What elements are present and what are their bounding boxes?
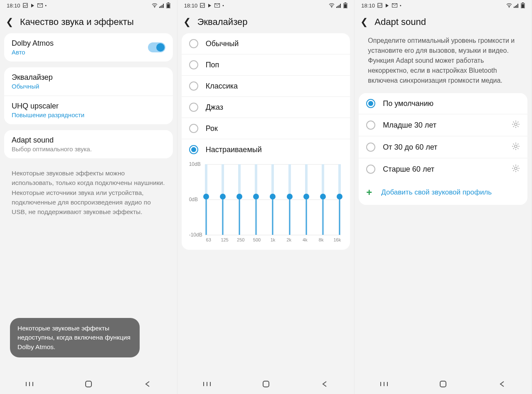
radio-icon[interactable] xyxy=(366,121,375,130)
svg-line-62 xyxy=(517,170,518,171)
radio-icon[interactable] xyxy=(189,145,198,154)
row-adapt[interactable]: Adapt sound Выбор оптимального звука. xyxy=(4,130,173,158)
uhq-title: UHQ upscaler xyxy=(12,102,165,111)
back-icon[interactable]: ❮ xyxy=(6,17,13,27)
x-axis-label: 1k xyxy=(269,237,276,242)
eq-band-slider[interactable] xyxy=(222,164,224,235)
status-time: 18:10 xyxy=(184,2,198,9)
svg-rect-32 xyxy=(515,6,516,8)
eq-preset-row[interactable]: Настраиваемый xyxy=(182,139,350,160)
slider-knob-icon[interactable] xyxy=(270,194,276,199)
back-icon[interactable]: ❮ xyxy=(183,17,191,27)
row-equalizer[interactable]: Эквалайзер Обычный xyxy=(4,67,173,96)
more-dot: • xyxy=(45,3,47,8)
radio-icon[interactable] xyxy=(189,124,198,133)
slider-knob-icon[interactable] xyxy=(253,194,259,199)
eq-preset-row[interactable]: Рок xyxy=(182,118,350,139)
nav-recents-icon[interactable] xyxy=(379,379,389,389)
eq-preset-row[interactable]: Поп xyxy=(182,54,350,76)
slider-knob-icon[interactable] xyxy=(220,194,226,199)
gear-icon[interactable] xyxy=(512,120,520,130)
adapt-option-row[interactable]: От 30 до 60 лет xyxy=(359,136,527,158)
preset-label: Поп xyxy=(206,61,343,69)
eq-preset-row[interactable]: Обычный xyxy=(182,33,350,54)
dolby-toggle[interactable] xyxy=(148,42,165,52)
adapt-option-row[interactable]: По умолчанию xyxy=(359,93,527,114)
page-title: Adapt sound xyxy=(374,17,426,27)
wifi-icon xyxy=(329,3,335,8)
statusbar: 18:10 • xyxy=(0,0,177,11)
back-icon[interactable]: ❮ xyxy=(360,17,368,27)
card-eq-uhq: Эквалайзер Обычный UHQ upscaler Повышени… xyxy=(4,67,173,124)
nav-recents-icon[interactable] xyxy=(202,379,212,389)
eq-preset-row[interactable]: Джаз xyxy=(182,97,350,118)
row-add-profile[interactable]: + Добавить свой звуковой профиль xyxy=(359,180,527,205)
nav-home-icon[interactable] xyxy=(84,379,94,389)
nav-home-icon[interactable] xyxy=(438,379,448,389)
preset-label: Рок xyxy=(206,124,343,133)
help-text: Некоторые звуковые эффекты можно использ… xyxy=(4,164,173,221)
eq-band-slider[interactable] xyxy=(271,164,274,235)
svg-rect-23 xyxy=(344,4,347,8)
play-icon xyxy=(385,3,389,8)
gear-icon[interactable] xyxy=(512,142,520,152)
radio-icon[interactable] xyxy=(189,60,198,69)
row-dolby[interactable]: Dolby Atmos Авто xyxy=(4,33,173,62)
battery-icon xyxy=(521,2,525,8)
svg-rect-5 xyxy=(162,5,163,8)
svg-rect-33 xyxy=(516,5,517,8)
radio-icon[interactable] xyxy=(189,103,198,112)
adapt-option-row[interactable]: Старше 60 лет xyxy=(359,158,527,180)
svg-point-30 xyxy=(509,7,510,7)
navbar xyxy=(177,374,355,394)
radio-icon[interactable] xyxy=(189,39,198,48)
svg-rect-6 xyxy=(163,4,164,8)
eq-band-slider[interactable] xyxy=(305,164,308,235)
eq-band-slider[interactable] xyxy=(205,164,207,235)
card-adapt: Adapt sound Выбор оптимального звука. xyxy=(4,130,173,158)
svg-rect-9 xyxy=(167,4,170,8)
eq-band-slider[interactable] xyxy=(322,164,324,235)
slider-knob-icon[interactable] xyxy=(287,194,293,199)
radio-icon[interactable] xyxy=(366,165,375,174)
slider-knob-icon[interactable] xyxy=(236,194,242,199)
wifi-icon xyxy=(152,3,158,8)
eq-band-slider[interactable] xyxy=(338,164,341,235)
signal-icon xyxy=(514,3,519,8)
description: Определите оптимальный уровень громкости… xyxy=(359,33,527,93)
gear-icon[interactable] xyxy=(512,164,520,174)
adapt-title: Adapt sound xyxy=(12,136,165,145)
radio-icon[interactable] xyxy=(366,143,375,152)
svg-line-52 xyxy=(513,144,514,145)
radio-icon[interactable] xyxy=(189,81,198,91)
eq-band-slider[interactable] xyxy=(255,164,257,235)
x-axis-label: 500 xyxy=(253,237,261,242)
navbar xyxy=(355,374,532,394)
row-uhq[interactable]: UHQ upscaler Повышение разрядности xyxy=(4,96,173,124)
nav-back-icon[interactable] xyxy=(497,379,507,389)
svg-point-2 xyxy=(154,7,155,7)
radio-icon[interactable] xyxy=(366,99,375,108)
nav-home-icon[interactable] xyxy=(261,379,271,389)
x-axis-label: 16k xyxy=(333,237,341,242)
adapt-option-row[interactable]: Младше 30 лет xyxy=(359,114,527,136)
slider-knob-icon[interactable] xyxy=(203,194,209,199)
more-dot: • xyxy=(222,3,224,8)
adapt-sub: Выбор оптимального звука. xyxy=(12,145,165,153)
dolby-sub: Авто xyxy=(12,49,148,56)
nav-back-icon[interactable] xyxy=(143,379,153,389)
svg-line-64 xyxy=(517,166,518,167)
svg-rect-4 xyxy=(160,6,161,8)
nav-back-icon[interactable] xyxy=(320,379,330,389)
svg-line-63 xyxy=(513,170,514,171)
eq-band-slider[interactable] xyxy=(238,164,241,235)
eq-preset-row[interactable]: Классика xyxy=(182,76,350,97)
svg-line-61 xyxy=(513,166,514,167)
nav-recents-icon[interactable] xyxy=(25,379,34,389)
slider-knob-icon[interactable] xyxy=(320,194,326,199)
y-axis-label: 10dB xyxy=(189,161,201,167)
eq-band-slider[interactable] xyxy=(288,164,291,235)
svg-point-47 xyxy=(515,145,517,148)
slider-knob-icon[interactable] xyxy=(303,194,309,199)
slider-knob-icon[interactable] xyxy=(337,194,342,199)
